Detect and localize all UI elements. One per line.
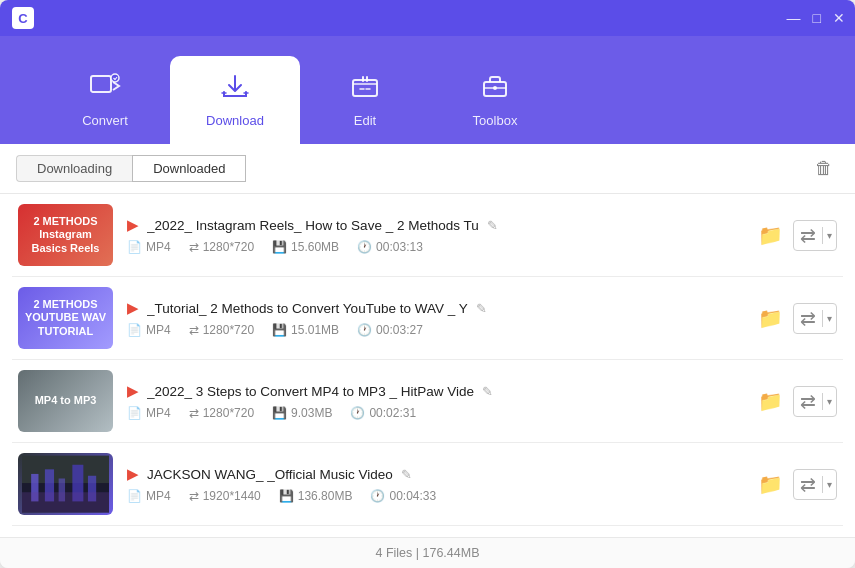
edit-title-icon[interactable]: ✎	[401, 467, 412, 482]
convert-button[interactable]: ⇄ ▾	[793, 303, 837, 334]
resolution-value: 1280*720	[203, 240, 254, 254]
convert-nav-label: Convert	[82, 113, 128, 128]
meta-duration: 🕐 00:03:27	[357, 323, 423, 337]
nav-bar: Convert Download	[0, 36, 855, 144]
trash-button[interactable]: 🗑	[809, 154, 839, 183]
nav-item-convert[interactable]: Convert	[40, 56, 170, 144]
youtube-icon: ▶	[127, 299, 139, 317]
format-value: MP4	[146, 406, 171, 420]
meta-duration: 🕐 00:04:33	[370, 489, 436, 503]
format-value: MP4	[146, 240, 171, 254]
format-icon: 📄	[127, 240, 142, 254]
table-row: 2 METHODS Instagram Basics Reels ▶ _2022…	[12, 194, 843, 277]
edit-title-icon[interactable]: ✎	[482, 384, 493, 399]
resolution-value: 1280*720	[203, 406, 254, 420]
toolbox-nav-icon	[479, 72, 511, 107]
file-thumbnail: 2 METHODS Instagram Basics Reels	[18, 204, 113, 266]
convert-button[interactable]: ⇄ ▾	[793, 220, 837, 251]
convert-icon: ⇄	[794, 304, 822, 333]
file-title: _2022_ 3 Steps to Convert MP4 to MP3 _ H…	[147, 384, 474, 399]
meta-resolution: ⇄ 1280*720	[189, 323, 254, 337]
size-icon: 💾	[272, 323, 287, 337]
open-folder-button[interactable]: 📁	[758, 223, 783, 247]
meta-format: 📄 MP4	[127, 323, 171, 337]
meta-resolution: ⇄ 1280*720	[189, 240, 254, 254]
convert-icon: ⇄	[794, 221, 822, 250]
convert-arrow-icon: ▾	[822, 476, 836, 493]
format-value: MP4	[146, 489, 171, 503]
nav-item-download[interactable]: Download	[170, 56, 300, 144]
duration-value: 00:03:13	[376, 240, 423, 254]
thumbnail-image: MP4 to MP3	[18, 370, 113, 432]
download-nav-label: Download	[206, 113, 264, 128]
minimize-button[interactable]: —	[787, 10, 801, 26]
file-metadata: 📄 MP4 ⇄ 1280*720 💾 15.01MB 🕐 00:03:27	[127, 323, 744, 337]
meta-resolution: ⇄ 1280*720	[189, 406, 254, 420]
file-metadata: 📄 MP4 ⇄ 1280*720 💾 9.03MB 🕐 00:02:31	[127, 406, 744, 420]
svg-rect-0	[91, 76, 111, 92]
convert-arrow-icon: ▾	[822, 310, 836, 327]
resolution-value: 1280*720	[203, 323, 254, 337]
duration-value: 00:03:27	[376, 323, 423, 337]
duration-icon: 🕐	[357, 240, 372, 254]
file-metadata: 📄 MP4 ⇄ 1920*1440 💾 136.80MB 🕐 00:04:33	[127, 489, 744, 503]
convert-icon: ⇄	[794, 387, 822, 416]
file-thumbnail: 2 METHODS YOUTUBE WAV TUTORIAL	[18, 287, 113, 349]
title-bar: C — □ ✕	[0, 0, 855, 36]
window-controls[interactable]: — □ ✕	[787, 10, 845, 26]
resolution-value: 1920*1440	[203, 489, 261, 503]
maximize-button[interactable]: □	[813, 10, 821, 26]
edit-nav-icon	[349, 72, 381, 107]
table-row: 2 METHODS YOUTUBE WAV TUTORIAL ▶ _Tutori…	[12, 277, 843, 360]
convert-button[interactable]: ⇄ ▾	[793, 469, 837, 500]
resolution-icon: ⇄	[189, 323, 199, 337]
file-title: _Tutorial_ 2 Methods to Convert YouTube …	[147, 301, 468, 316]
file-list: 2 METHODS Instagram Basics Reels ▶ _2022…	[0, 194, 855, 537]
nav-item-edit[interactable]: Edit	[300, 56, 430, 144]
app-window: C — □ ✕ Convert	[0, 0, 855, 568]
footer: 4 Files | 176.44MB	[0, 537, 855, 568]
file-title: _2022_ Instagram Reels_ How to Save _ 2 …	[147, 218, 479, 233]
open-folder-button[interactable]: 📁	[758, 306, 783, 330]
file-summary: 4 Files | 176.44MB	[376, 546, 480, 560]
file-actions: 📁 ⇄ ▾	[758, 469, 837, 500]
resolution-icon: ⇄	[189, 406, 199, 420]
meta-format: 📄 MP4	[127, 240, 171, 254]
tab-downloading[interactable]: Downloading	[16, 155, 132, 182]
thumbnail-image	[18, 453, 113, 515]
close-button[interactable]: ✕	[833, 10, 845, 26]
edit-title-icon[interactable]: ✎	[487, 218, 498, 233]
edit-nav-label: Edit	[354, 113, 376, 128]
edit-title-icon[interactable]: ✎	[476, 301, 487, 316]
youtube-icon: ▶	[127, 465, 139, 483]
open-folder-button[interactable]: 📁	[758, 472, 783, 496]
thumbnail-image: 2 METHODS YOUTUBE WAV TUTORIAL	[18, 287, 113, 349]
duration-value: 00:02:31	[369, 406, 416, 420]
svg-rect-12	[22, 492, 109, 512]
convert-arrow-icon: ▾	[822, 227, 836, 244]
file-thumbnail: MP4 to MP3	[18, 370, 113, 432]
duration-value: 00:04:33	[389, 489, 436, 503]
nav-item-toolbox[interactable]: Toolbox	[430, 56, 560, 144]
format-value: MP4	[146, 323, 171, 337]
file-metadata: 📄 MP4 ⇄ 1280*720 💾 15.60MB 🕐 00:03:13	[127, 240, 744, 254]
download-nav-icon	[218, 72, 252, 107]
app-logo: C	[12, 7, 34, 29]
size-icon: 💾	[279, 489, 294, 503]
open-folder-button[interactable]: 📁	[758, 389, 783, 413]
size-value: 15.60MB	[291, 240, 339, 254]
meta-size: 💾 136.80MB	[279, 489, 353, 503]
file-title: JACKSON WANG_ _Official Music Video	[147, 467, 393, 482]
table-row: MP4 to MP3 ▶ _2022_ 3 Steps to Convert M…	[12, 360, 843, 443]
meta-size: 💾 15.60MB	[272, 240, 339, 254]
youtube-icon: ▶	[127, 382, 139, 400]
size-icon: 💾	[272, 240, 287, 254]
file-info: ▶ _2022_ 3 Steps to Convert MP4 to MP3 _…	[127, 382, 744, 420]
svg-point-4	[493, 86, 497, 90]
tab-downloaded[interactable]: Downloaded	[132, 155, 246, 182]
convert-button[interactable]: ⇄ ▾	[793, 386, 837, 417]
meta-duration: 🕐 00:03:13	[357, 240, 423, 254]
meta-size: 💾 9.03MB	[272, 406, 332, 420]
size-value: 15.01MB	[291, 323, 339, 337]
size-value: 136.80MB	[298, 489, 353, 503]
